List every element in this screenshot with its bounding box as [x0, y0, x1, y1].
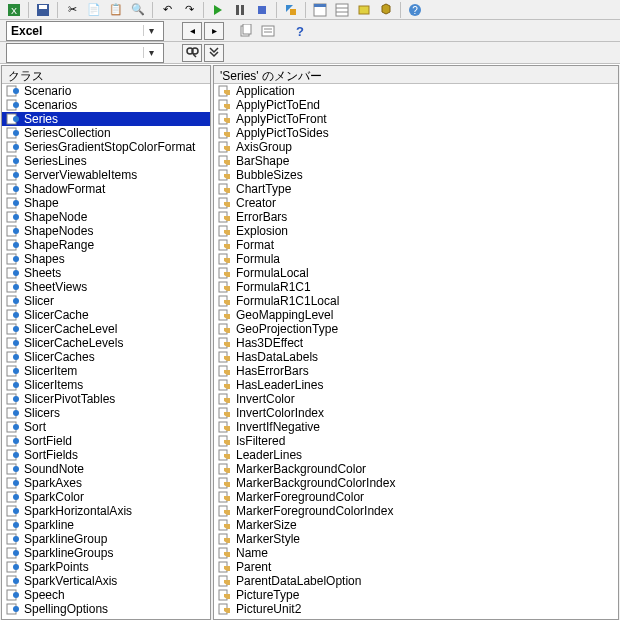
class-item[interactable]: SlicerPivotTables: [2, 392, 210, 406]
class-item[interactable]: SparklineGroups: [2, 546, 210, 560]
member-item[interactable]: MarkerForegroundColorIndex: [214, 504, 618, 518]
member-item[interactable]: GeoProjectionType: [214, 322, 618, 336]
class-item[interactable]: SortFields: [2, 448, 210, 462]
member-item[interactable]: MarkerSize: [214, 518, 618, 532]
design-mode-icon[interactable]: [281, 1, 301, 19]
member-item[interactable]: ApplyPictToEnd: [214, 98, 618, 112]
class-item[interactable]: SlicerCache: [2, 308, 210, 322]
find-icon[interactable]: 🔍: [128, 1, 148, 19]
class-item[interactable]: Scenario: [2, 84, 210, 98]
class-item[interactable]: ShapeRange: [2, 238, 210, 252]
search-dropdown[interactable]: ▾: [6, 43, 164, 63]
class-item[interactable]: SparkVerticalAxis: [2, 574, 210, 588]
class-item[interactable]: SparkAxes: [2, 476, 210, 490]
members-list[interactable]: ApplicationApplyPictToEndApplyPictToFron…: [214, 84, 618, 619]
toolbox-icon[interactable]: [376, 1, 396, 19]
class-item[interactable]: ShapeNodes: [2, 224, 210, 238]
member-item[interactable]: Format: [214, 238, 618, 252]
class-item[interactable]: SparkPoints: [2, 560, 210, 574]
class-item[interactable]: SlicerCacheLevel: [2, 322, 210, 336]
class-item[interactable]: Slicers: [2, 406, 210, 420]
member-item[interactable]: Application: [214, 84, 618, 98]
show-search-results-button[interactable]: [204, 44, 224, 62]
undo-icon[interactable]: ↶: [157, 1, 177, 19]
project-explorer-icon[interactable]: [310, 1, 330, 19]
class-item[interactable]: ShapeNode: [2, 210, 210, 224]
member-item[interactable]: Creator: [214, 196, 618, 210]
copy-icon[interactable]: 📄: [84, 1, 104, 19]
class-item[interactable]: ServerViewableItems: [2, 168, 210, 182]
class-item[interactable]: SparklineGroup: [2, 532, 210, 546]
member-item[interactable]: ApplyPictToFront: [214, 112, 618, 126]
library-dropdown[interactable]: Excel ▾: [6, 21, 164, 41]
member-item[interactable]: InvertIfNegative: [214, 420, 618, 434]
class-item[interactable]: SlicerCacheLevels: [2, 336, 210, 350]
member-item[interactable]: LeaderLines: [214, 448, 618, 462]
member-item[interactable]: MarkerStyle: [214, 532, 618, 546]
member-item[interactable]: MarkerBackgroundColor: [214, 462, 618, 476]
member-item[interactable]: ErrorBars: [214, 210, 618, 224]
class-item[interactable]: ShadowFormat: [2, 182, 210, 196]
pause-icon[interactable]: [230, 1, 250, 19]
member-item[interactable]: Has3DEffect: [214, 336, 618, 350]
class-item[interactable]: SlicerCaches: [2, 350, 210, 364]
search-button[interactable]: [182, 44, 202, 62]
member-item[interactable]: ParentDataLabelOption: [214, 574, 618, 588]
run-icon[interactable]: [208, 1, 228, 19]
excel-icon[interactable]: X: [4, 1, 24, 19]
member-item[interactable]: ApplyPictToSides: [214, 126, 618, 140]
member-item[interactable]: IsFiltered: [214, 434, 618, 448]
cut-icon[interactable]: ✂: [62, 1, 82, 19]
class-item[interactable]: SeriesCollection: [2, 126, 210, 140]
class-item[interactable]: Slicer: [2, 294, 210, 308]
class-item[interactable]: Scenarios: [2, 98, 210, 112]
class-item[interactable]: Sort: [2, 420, 210, 434]
view-definition-icon[interactable]: [258, 22, 278, 40]
class-item[interactable]: SoundNote: [2, 462, 210, 476]
class-item[interactable]: Shape: [2, 196, 210, 210]
class-item[interactable]: Sparkline: [2, 518, 210, 532]
member-item[interactable]: InvertColorIndex: [214, 406, 618, 420]
stop-icon[interactable]: [252, 1, 272, 19]
member-item[interactable]: FormulaR1C1Local: [214, 294, 618, 308]
classes-list[interactable]: ScenarioScenariosSeriesSeriesCollectionS…: [2, 84, 210, 619]
member-item[interactable]: InvertColor: [214, 392, 618, 406]
save-icon[interactable]: [33, 1, 53, 19]
class-item[interactable]: Speech: [2, 588, 210, 602]
member-item[interactable]: MarkerBackgroundColorIndex: [214, 476, 618, 490]
paste-icon[interactable]: 📋: [106, 1, 126, 19]
class-item[interactable]: SparkColor: [2, 490, 210, 504]
class-item[interactable]: Shapes: [2, 252, 210, 266]
redo-icon[interactable]: ↷: [179, 1, 199, 19]
member-item[interactable]: PictureUnit2: [214, 602, 618, 616]
class-item[interactable]: Series: [2, 112, 210, 126]
class-item[interactable]: Sheets: [2, 266, 210, 280]
member-item[interactable]: ChartType: [214, 182, 618, 196]
member-item[interactable]: HasDataLabels: [214, 350, 618, 364]
member-item[interactable]: Explosion: [214, 224, 618, 238]
class-item[interactable]: SlicerItems: [2, 378, 210, 392]
member-item[interactable]: MarkerForegroundColor: [214, 490, 618, 504]
member-item[interactable]: Name: [214, 546, 618, 560]
member-item[interactable]: HasLeaderLines: [214, 378, 618, 392]
member-item[interactable]: BarShape: [214, 154, 618, 168]
member-item[interactable]: FormulaLocal: [214, 266, 618, 280]
member-item[interactable]: FormulaR1C1: [214, 280, 618, 294]
class-item[interactable]: SparkHorizontalAxis: [2, 504, 210, 518]
member-item[interactable]: Parent: [214, 560, 618, 574]
member-item[interactable]: PictureType: [214, 588, 618, 602]
object-browser-icon[interactable]: [354, 1, 374, 19]
copy-to-clipboard-icon[interactable]: [236, 22, 256, 40]
class-item[interactable]: SeriesGradientStopColorFormat: [2, 140, 210, 154]
member-item[interactable]: Formula: [214, 252, 618, 266]
class-item[interactable]: SortField: [2, 434, 210, 448]
class-item[interactable]: SlicerItem: [2, 364, 210, 378]
member-item[interactable]: AxisGroup: [214, 140, 618, 154]
class-item[interactable]: SheetViews: [2, 280, 210, 294]
member-item[interactable]: HasErrorBars: [214, 364, 618, 378]
go-forward-button[interactable]: ▸: [204, 22, 224, 40]
help-icon[interactable]: ?: [405, 1, 425, 19]
help-icon[interactable]: ?: [290, 22, 310, 40]
properties-icon[interactable]: [332, 1, 352, 19]
go-back-button[interactable]: ◂: [182, 22, 202, 40]
